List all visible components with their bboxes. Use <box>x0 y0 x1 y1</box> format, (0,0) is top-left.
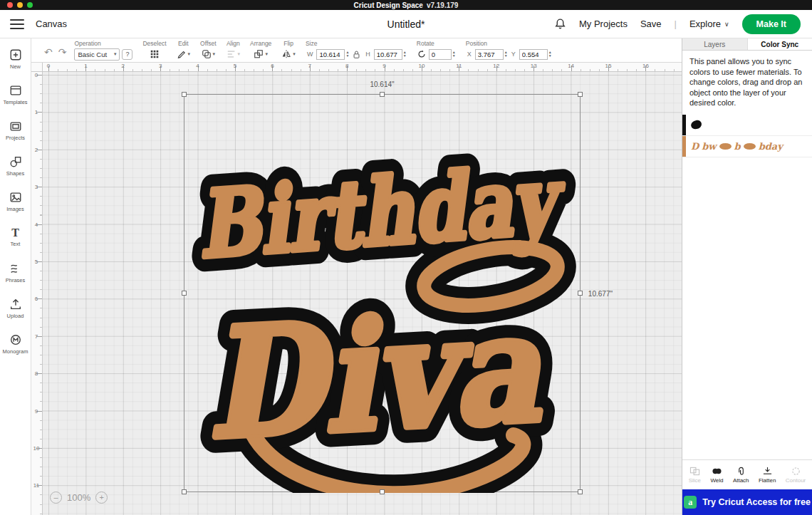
sidebar-item-monogram[interactable]: Monogram <box>0 326 31 362</box>
chevron-down-icon: ▾ <box>293 51 296 57</box>
height-stepper[interactable]: ▲ ▼ <box>403 51 407 58</box>
header: Canvas Untitled* My Projects Save | Expl… <box>0 10 812 38</box>
zoom-in-icon[interactable]: + <box>95 491 108 504</box>
sidebar-item-phrases[interactable]: Phrases <box>0 255 31 291</box>
resize-handle-left[interactable] <box>182 291 187 296</box>
window-controls[interactable] <box>7 2 33 8</box>
layer-thumbnail[interactable] <box>744 143 756 150</box>
flatten-button[interactable]: Flatten <box>759 467 776 484</box>
sidebar-item-templates[interactable]: Templates <box>0 77 31 113</box>
images-icon <box>9 191 22 204</box>
weld-button[interactable]: Weld <box>710 467 723 484</box>
attach-icon <box>736 467 746 476</box>
resize-handle-bottom-right[interactable] <box>578 489 583 494</box>
document-title[interactable]: Untitled* <box>387 19 425 30</box>
notifications-bell-icon[interactable] <box>554 18 566 30</box>
undo-icon[interactable]: ↶ <box>44 46 53 58</box>
birthday-diva-artwork[interactable]: Birthday Diva Birthday Diva <box>184 95 581 493</box>
shapes-icon <box>9 155 22 168</box>
selection-height-readout: 10.677" <box>588 289 613 297</box>
arrange-icon[interactable]: ▾ <box>254 49 268 59</box>
flatten-icon <box>762 467 773 476</box>
height-input[interactable] <box>374 49 402 60</box>
sidebar-item-text[interactable]: T Text <box>0 219 31 255</box>
layer-thumbnail[interactable] <box>690 120 702 130</box>
stepper-down-icon[interactable]: ▼ <box>403 54 407 58</box>
ruler-number: 4 <box>31 221 41 227</box>
maximize-window-button[interactable] <box>27 2 33 8</box>
stepper-down-icon[interactable]: ▼ <box>452 54 456 58</box>
my-projects-link[interactable]: My Projects <box>579 19 628 29</box>
sidebar-item-projects[interactable]: Projects <box>0 113 31 148</box>
resize-handle-top[interactable] <box>380 92 385 97</box>
layer-thumbnail[interactable] <box>719 143 732 150</box>
width-input[interactable] <box>316 49 345 60</box>
ruler-number: 14 <box>568 63 574 69</box>
stepper-down-icon[interactable]: ▼ <box>504 54 508 58</box>
rotate-input[interactable] <box>429 49 452 60</box>
resize-handle-right[interactable] <box>578 291 583 296</box>
attach-button[interactable]: Attach <box>733 467 749 484</box>
flip-icon[interactable]: ▾ <box>281 49 296 59</box>
sidebar-item-label: Monogram <box>3 348 28 355</box>
layer-thumbnail[interactable]: bday <box>759 141 783 152</box>
layer-thumbnails: Dbwbbday <box>686 136 812 157</box>
resize-handle-top-left[interactable] <box>182 92 187 97</box>
h-ruler-numbers: 012345678910111213141516 <box>43 63 682 72</box>
contour-button[interactable]: Contour <box>786 467 806 484</box>
stepper-down-icon[interactable]: ▼ <box>548 54 552 58</box>
ruler-number: 3 <box>31 184 41 190</box>
operation-select[interactable]: Basic Cut ▾ <box>74 48 120 61</box>
minimize-window-button[interactable] <box>17 2 23 8</box>
cricut-access-banner[interactable]: a Try Cricut Access for free <box>682 489 812 515</box>
offset-icon[interactable]: ▾ <box>202 49 216 59</box>
zoom-out-icon[interactable]: – <box>50 491 62 504</box>
edit-pencil-icon[interactable]: ▾ <box>177 49 191 59</box>
layer-thumbnail[interactable]: D <box>691 141 699 152</box>
sidebar-item-upload[interactable]: Upload <box>0 291 31 326</box>
selection-box[interactable]: Birthday Diva Birthday Diva 10.614" 10.6… <box>184 94 581 492</box>
slice-button[interactable]: Slice <box>689 467 701 484</box>
resize-handle-bottom[interactable] <box>380 489 385 494</box>
sidebar-item-new[interactable]: New <box>0 41 31 77</box>
resize-handle-bottom-left[interactable] <box>182 489 187 494</box>
explore-menu[interactable]: Explore ∨ <box>689 19 729 29</box>
tab-color-sync[interactable]: Color Sync <box>748 38 812 50</box>
save-link[interactable]: Save <box>640 19 662 29</box>
sidebar-item-shapes[interactable]: Shapes <box>0 148 31 184</box>
x-label: X <box>467 51 472 58</box>
x-position-input[interactable] <box>475 49 504 60</box>
projects-icon <box>9 120 22 132</box>
width-stepper[interactable]: ▲ ▼ <box>345 51 349 58</box>
rotate-stepper[interactable]: ▲ ▼ <box>452 51 456 58</box>
layer-thumbnail[interactable]: b <box>734 141 741 152</box>
x-stepper[interactable]: ▲ ▼ <box>504 51 508 58</box>
resize-handle-top-right[interactable] <box>578 92 583 97</box>
align-icon[interactable]: ▾ <box>227 49 241 59</box>
redo-icon[interactable]: ↷ <box>58 46 67 58</box>
layer-thumbnail[interactable]: bw <box>702 141 716 152</box>
deselect-grid-icon[interactable] <box>150 49 160 59</box>
chevron-down-icon: ▾ <box>213 51 216 57</box>
ruler-number: 8 <box>31 370 41 377</box>
hamburger-menu-icon[interactable] <box>10 19 24 29</box>
close-window-button[interactable] <box>7 2 13 8</box>
sidebar-item-label: Projects <box>6 135 25 141</box>
chevron-down-icon: ▾ <box>188 51 191 57</box>
rotate-icon[interactable] <box>417 49 427 59</box>
app-version: v7.19.179 <box>427 1 459 9</box>
tab-layers[interactable]: Layers <box>682 38 748 50</box>
y-stepper[interactable]: ▲ ▼ <box>548 51 552 58</box>
y-position-input[interactable] <box>519 49 548 60</box>
stepper-down-icon[interactable]: ▼ <box>345 54 349 58</box>
design-canvas[interactable]: 012345678910111213141516 01234567891011 … <box>31 63 682 515</box>
color-sync-description: This panel allows you to sync colors to … <box>682 51 812 115</box>
lock-aspect-icon[interactable] <box>353 50 360 59</box>
make-it-button[interactable]: Make It <box>742 14 801 34</box>
sidebar-item-images[interactable]: Images <box>0 184 31 219</box>
help-button[interactable]: ? <box>122 49 132 60</box>
ruler-number: 11 <box>31 482 41 489</box>
sidebar-item-label: Shapes <box>6 170 24 177</box>
slice-icon <box>689 467 700 476</box>
edit-toolbar: ↶ ↷ Operation Basic Cut ▾ ? Deselect Edi… <box>31 38 682 63</box>
